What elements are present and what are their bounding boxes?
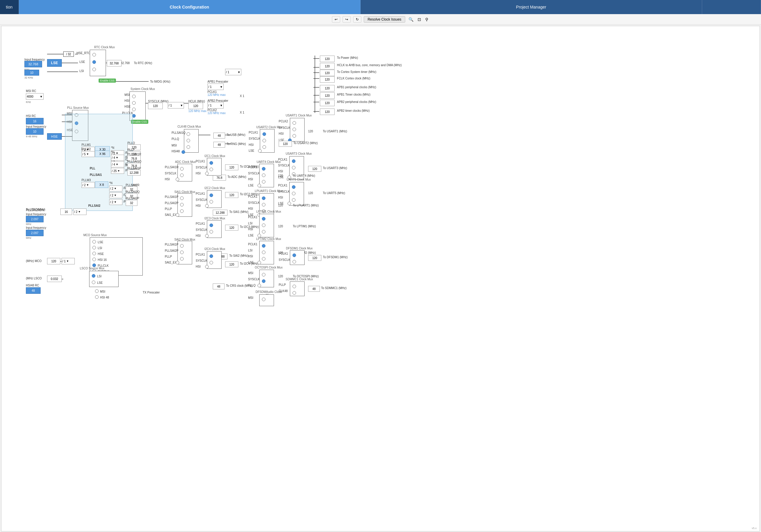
adc-pllsai1r-radio[interactable]: [180, 167, 184, 171]
i2c3-hsi-radio[interactable]: [205, 234, 208, 238]
adc-sysclk-radio[interactable]: [180, 174, 184, 177]
i2c3-sysclk-radio[interactable]: [209, 230, 213, 234]
usart1-pclk2-radio[interactable]: [293, 121, 296, 125]
hsi-val-box[interactable]: 16: [26, 118, 43, 125]
octospi-msi-radio[interactable]: [262, 273, 265, 277]
apb2-prescaler-select[interactable]: / 1 ▼: [207, 102, 224, 109]
rtc-lsi-radio[interactable]: [92, 68, 96, 71]
sdmmc1-pllp-radio[interactable]: [293, 285, 296, 288]
pll2-n-box[interactable]: X 96: [95, 151, 110, 157]
i2c3-pclk1-radio[interactable]: [209, 224, 213, 227]
uart5-hsi-radio[interactable]: [292, 198, 295, 202]
lptim2-pclk1-radio[interactable]: [262, 244, 265, 248]
ahb-prescaler-select[interactable]: / 1 ▼: [168, 102, 184, 109]
lptim2-hsi-radio[interactable]: [262, 257, 265, 261]
usart3-pclk1-radio[interactable]: [292, 159, 295, 163]
sai2-pllp-radio[interactable]: [180, 257, 184, 261]
lptim1-lsi-radio[interactable]: [262, 224, 265, 227]
uart4-pclk1-radio[interactable]: [262, 167, 265, 171]
apb1-prescaler-select2[interactable]: / 1 ▼: [225, 69, 241, 75]
search-icon[interactable]: ⚲: [424, 16, 429, 23]
rtc-lse-radio[interactable]: [92, 60, 96, 64]
sai1-pllp-radio[interactable]: [180, 209, 184, 213]
mco-lse-radio[interactable]: [92, 240, 96, 243]
ltdc-div-select[interactable]: / 2 ▼: [73, 208, 87, 215]
pllsai1q-select[interactable]: / 4 ▼: [111, 161, 124, 167]
dfsdm1-pclk2-radio[interactable]: [293, 253, 296, 257]
redo-button[interactable]: ↪: [342, 16, 351, 23]
sai1-pllsai2p-radio[interactable]: [180, 203, 184, 206]
pll3-n-box[interactable]: X 8: [95, 182, 108, 188]
lse-block[interactable]: LSE: [47, 59, 62, 67]
sdmmc1-clk48-radio[interactable]: [293, 291, 296, 295]
pllm3-div-select[interactable]: / 2 ▼: [82, 182, 95, 188]
i2c4-hsi-radio[interactable]: [205, 265, 208, 269]
clk48-pllsai1q-radio[interactable]: [187, 133, 190, 136]
undo-button[interactable]: ↩: [332, 16, 340, 23]
usart3-sysclk-radio[interactable]: [292, 166, 295, 169]
lsco-lsi-radio[interactable]: [92, 274, 95, 278]
nav-project-manager[interactable]: Project Manager: [361, 0, 702, 14]
clk48-hsi48-radio[interactable]: [182, 150, 185, 154]
lptim1-hsi-radio[interactable]: [262, 230, 265, 234]
i2c2-pclk1-radio[interactable]: [209, 193, 213, 197]
lptim1-pclk1-radio[interactable]: [262, 217, 265, 221]
apb1-prescaler-select[interactable]: / 1 ▼: [207, 83, 224, 90]
fit-icon[interactable]: ⊡: [417, 16, 422, 23]
lsco-hsi48-radio[interactable]: [95, 295, 98, 299]
lptim2-lsi-radio[interactable]: [262, 250, 265, 254]
lsco-lse-radio[interactable]: [92, 281, 95, 284]
pllsai2p-select[interactable]: / 2 ▼: [109, 199, 122, 205]
pllm2-div-select[interactable]: / 5 ▼: [82, 151, 95, 157]
uart4-sysclk-radio[interactable]: [262, 174, 265, 177]
uart5-pclk1-radio[interactable]: [292, 185, 295, 189]
usart1-hsi-radio[interactable]: [293, 134, 296, 137]
refresh-button[interactable]: ↻: [353, 16, 361, 23]
clk48-pllq-radio[interactable]: [187, 139, 190, 142]
uart5-lse-radio[interactable]: [287, 202, 291, 205]
sai2-pllsai1p-radio[interactable]: [180, 244, 184, 248]
resolve-button[interactable]: Resolve Clock Issues: [364, 16, 405, 23]
i2c2-sysclk-radio[interactable]: [209, 200, 213, 203]
sysclk-msi-radio[interactable]: [132, 95, 136, 98]
sysclk-hse-radio[interactable]: [132, 108, 136, 111]
uart5-sysclk-radio[interactable]: [292, 192, 295, 195]
hsi-input-box[interactable]: 10: [26, 128, 43, 135]
uart4-lse-radio[interactable]: [258, 184, 261, 187]
i2c2-hsi-radio[interactable]: [205, 204, 208, 208]
i2c1-hsi-radio[interactable]: [205, 172, 208, 175]
sysclk-hsi-radio[interactable]: [132, 101, 136, 105]
adc-hsi-radio[interactable]: [176, 178, 179, 181]
sai1-pllsai1p-radio[interactable]: [180, 196, 184, 200]
i2c1-pclk1-radio[interactable]: [209, 161, 213, 165]
lptim1-lse-radio[interactable]: [258, 234, 261, 237]
msi-freq-select[interactable]: 4000 ▼: [26, 93, 43, 100]
mco-hse-radio[interactable]: [92, 252, 96, 255]
lsi-rc-box[interactable]: 10: [25, 70, 39, 76]
nav-section-1[interactable]: tion: [0, 0, 19, 14]
nav-clock-config[interactable]: Clock Configuration: [19, 0, 361, 14]
i2c1-sysclk-radio[interactable]: [209, 168, 213, 171]
pllsai1p-select[interactable]: / 25 ▼: [111, 168, 124, 174]
sai2-pllsai2p-radio[interactable]: [180, 250, 184, 254]
lse-freq-box[interactable]: 32.768: [25, 61, 42, 67]
lptim2-lse-radio[interactable]: [258, 261, 261, 264]
mco-div-select[interactable]: / 1 ▼: [62, 258, 75, 264]
pllsai2r-select[interactable]: / 2 ▼: [109, 186, 122, 191]
sai1-ext-radio[interactable]: [176, 213, 179, 217]
mco-lsi-radio[interactable]: [92, 246, 96, 249]
usart2-hsi-radio[interactable]: [263, 145, 266, 149]
mco-hsi16-radio[interactable]: [92, 258, 96, 261]
i2c4-pclk1-radio[interactable]: [209, 254, 213, 258]
uart4-hsi-radio[interactable]: [262, 180, 265, 184]
enable-css-btn-2[interactable]: Enable CSS: [131, 120, 148, 124]
sai2-ext-radio[interactable]: [176, 261, 179, 264]
rtc-hse-radio[interactable]: [92, 53, 96, 56]
dfsdm1-sysclk-radio[interactable]: [293, 260, 296, 263]
usart2-pclk1-radio[interactable]: [263, 133, 266, 136]
octospi-pllq-radio[interactable]: [258, 284, 261, 287]
pllsai2q-select[interactable]: / 2 ▼: [109, 192, 122, 198]
hse-rtc-div[interactable]: / 32: [63, 51, 74, 57]
usart1-sysclk-radio[interactable]: [293, 128, 296, 131]
pllsai1r-select[interactable]: / 4 ▼: [111, 155, 124, 161]
